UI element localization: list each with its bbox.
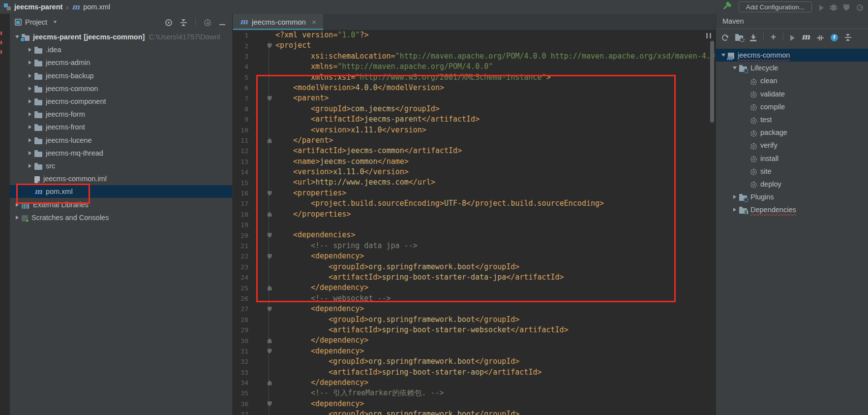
code-line[interactable]: 27<dependency>: [233, 304, 716, 314]
fold-close-icon[interactable]: [266, 378, 273, 388]
chevron-right-icon[interactable]: [26, 56, 34, 69]
code-line[interactable]: 1<?xml version="1.0"?>: [233, 30, 716, 40]
code-line[interactable]: 12<artifactId>jeecms-common</artifactId>: [233, 146, 716, 156]
hide-icon[interactable]: [219, 24, 225, 25]
chevron-right-icon[interactable]: [26, 134, 34, 147]
coverage-icon[interactable]: [843, 4, 849, 11]
chevron-right-icon[interactable]: [730, 191, 739, 203]
tree-item-jeecms-component[interactable]: jeecms-component: [10, 95, 232, 108]
locate-icon[interactable]: [165, 19, 172, 26]
fold-open-icon[interactable]: [266, 346, 273, 356]
code-line[interactable]: 32<groupId>org.springframework.boot</gro…: [233, 356, 716, 367]
tree-item-install[interactable]: install: [716, 152, 868, 165]
code-line[interactable]: 37<groupId>org.springframework.boot</gro…: [233, 409, 716, 415]
code-line[interactable]: 23<groupId>org.springframework.boot</gro…: [233, 262, 716, 272]
scrollbar-thumb[interactable]: [710, 41, 714, 123]
tree-item-jeecms-parent[interactable]: jeecms-parent[jeecms-common]C:\Users\417…: [10, 31, 232, 43]
fold-open-icon[interactable]: [266, 93, 273, 103]
tree-item-src[interactable]: src: [10, 160, 232, 172]
tree-item-jeecms-common[interactable]: jeecms-common: [716, 49, 868, 62]
settings-icon[interactable]: [204, 19, 211, 26]
chevron-right-icon[interactable]: [730, 203, 739, 216]
code-line[interactable]: 22<dependency>: [233, 251, 716, 261]
tree-item-jeecms-common-iml[interactable]: jeecms-common.iml: [10, 172, 232, 185]
skip-tests-icon[interactable]: [817, 34, 824, 41]
close-icon[interactable]: ×: [312, 18, 316, 26]
debug-icon[interactable]: [831, 4, 836, 11]
offline-lightning-icon[interactable]: [831, 34, 838, 41]
project-panel-title[interactable]: Project: [25, 18, 47, 26]
add-icon[interactable]: [771, 33, 776, 41]
chevron-right-icon[interactable]: [26, 160, 34, 172]
chevron-right-icon[interactable]: [26, 43, 34, 56]
maven-goal-icon[interactable]: [802, 33, 810, 41]
chevron-right-icon[interactable]: [13, 198, 22, 211]
refresh-icon[interactable]: [722, 34, 728, 41]
code-line[interactable]: 35<!-- 引入freeMarker的依赖包. -->: [233, 388, 716, 398]
fold-close-icon[interactable]: [266, 283, 273, 293]
tree-item-package[interactable]: package: [716, 126, 868, 139]
code-line[interactable]: 7<parent>: [233, 93, 716, 103]
fold-open-icon[interactable]: [266, 40, 273, 51]
tree-item-jeecms-admin[interactable]: jeecms-admin: [10, 56, 232, 69]
run-icon[interactable]: [790, 35, 795, 41]
code-line[interactable]: 28<groupId>org.springframework.boot</gro…: [233, 315, 716, 325]
code-line[interactable]: 21<!-- spring data jpa -->: [233, 241, 716, 251]
tree-item-deploy[interactable]: deploy: [716, 178, 868, 191]
chevron-down-icon[interactable]: [52, 17, 59, 28]
fold-open-icon[interactable]: [266, 230, 273, 240]
tree-item-validate[interactable]: validate: [716, 88, 868, 100]
fold-open-icon[interactable]: [266, 188, 273, 198]
generate-sources-icon[interactable]: [735, 35, 743, 41]
code-line[interactable]: 34</dependency>: [233, 378, 716, 388]
code-line[interactable]: 9<artifactId>jeecms-parent</artifactId>: [233, 114, 716, 125]
code-line[interactable]: 10<version>x1.11.0</version>: [233, 125, 716, 135]
code-line[interactable]: 14<version>x1.11.0</version>: [233, 167, 716, 177]
breadcrumb-file[interactable]: pom.xml: [83, 3, 110, 11]
code-line[interactable]: 3xsi:schemaLocation="http://maven.apache…: [233, 51, 716, 62]
tree-item-site[interactable]: site: [716, 165, 868, 178]
tab-jeecms-common[interactable]: jeecms-common ×: [233, 14, 323, 30]
tree-item-scratches-and-consoles[interactable]: Scratches and Consoles: [10, 211, 232, 224]
chevron-right-icon[interactable]: [26, 82, 34, 95]
collapse-all-icon[interactable]: [180, 19, 187, 26]
tree-item-clean[interactable]: clean: [716, 74, 868, 87]
tree-item-jeecms-common[interactable]: jeecms-common: [10, 82, 232, 95]
tree-item-idea[interactable]: .idea: [10, 43, 232, 56]
code-line[interactable]: 2<project: [233, 40, 716, 51]
tree-item-compile[interactable]: compile: [716, 100, 868, 113]
profiler-icon[interactable]: [857, 4, 863, 11]
chevron-right-icon[interactable]: [26, 121, 34, 133]
chevron-right-icon[interactable]: [13, 211, 22, 224]
fold-close-icon[interactable]: [266, 335, 273, 346]
collapse-all-icon[interactable]: [845, 34, 851, 41]
tree-item-jeecms-front[interactable]: jeecms-front: [10, 121, 232, 133]
tree-item-dependencies[interactable]: Dependencies: [716, 203, 868, 216]
chevron-right-icon[interactable]: [26, 108, 34, 121]
code-line[interactable]: 20<dependencies>: [233, 230, 716, 240]
run-icon[interactable]: [819, 5, 824, 11]
code-line[interactable]: 33<artifactId>spring-boot-starter-aop</a…: [233, 367, 716, 378]
fold-close-icon[interactable]: [266, 135, 273, 146]
tree-item-test[interactable]: test: [716, 113, 868, 126]
code-line[interactable]: 19: [233, 220, 716, 230]
code-line[interactable]: 17<project.build.sourceEncoding>UTF-8</p…: [233, 198, 716, 209]
chevron-right-icon[interactable]: [26, 95, 34, 108]
code-line[interactable]: 36<dependency>: [233, 399, 716, 409]
download-sources-icon[interactable]: [750, 34, 756, 41]
code-line[interactable]: 31<dependency>: [233, 346, 716, 356]
code-line[interactable]: 18</properties>: [233, 209, 716, 220]
code-line[interactable]: 4xmlns="http://maven.apache.org/POM/4.0.…: [233, 62, 716, 72]
tree-item-jeecms-form[interactable]: jeecms-form: [10, 108, 232, 121]
fold-open-icon[interactable]: [266, 251, 273, 261]
code-line[interactable]: 16<properties>: [233, 188, 716, 198]
code-line[interactable]: 6<modelVersion>4.0.0</modelVersion>: [233, 83, 716, 93]
code-line[interactable]: 15<url>http://www.jeecms.com</url>: [233, 177, 716, 188]
tree-item-verify[interactable]: verify: [716, 139, 868, 152]
fold-close-icon[interactable]: [266, 209, 273, 220]
breadcrumb-project[interactable]: jeecms-parent: [14, 3, 62, 11]
code-line[interactable]: 13<name>jeecms-common</name>: [233, 157, 716, 167]
tree-item-jeecms-lucene[interactable]: jeecms-lucene: [10, 134, 232, 147]
tree-item-pom-xml[interactable]: pom.xml: [10, 185, 232, 198]
code-line[interactable]: 11</parent>: [233, 135, 716, 146]
